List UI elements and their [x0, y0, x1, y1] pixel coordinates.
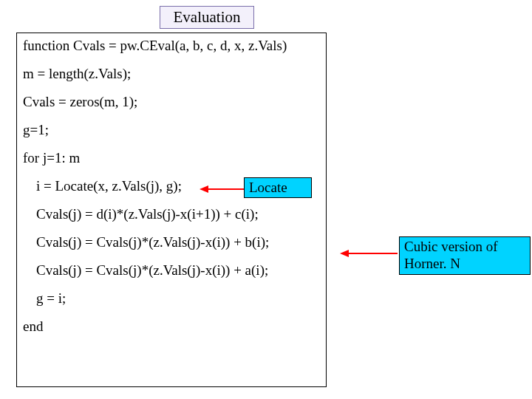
- horner-callout: Cubic version of Horner. N: [399, 236, 531, 275]
- code-line-7: Cvals(j) = d(i)*(z.Vals(j)-x(i+1)) + c(i…: [36, 206, 320, 222]
- code-line-9: Cvals(j) = Cvals(j)*(z.Vals(j)-x(i)) + a…: [36, 262, 320, 279]
- code-line-11: end: [23, 318, 320, 335]
- code-line-1: function Cvals = pw.CEval(a, b, c, d, x,…: [23, 38, 320, 54]
- title-text: Evaluation: [174, 8, 241, 26]
- locate-callout: Locate: [244, 177, 312, 198]
- code-line-2: m = length(z.Vals);: [23, 66, 320, 82]
- code-box: function Cvals = pw.CEval(a, b, c, d, x,…: [16, 33, 327, 387]
- title-box: Evaluation: [160, 6, 254, 29]
- code-line-5: for j=1: m: [23, 150, 320, 166]
- code-line-10: g = i;: [36, 290, 320, 307]
- horner-label: Cubic version of Horner. N: [404, 239, 498, 271]
- svg-marker-3: [340, 250, 349, 257]
- code-line-3: Cvals = zeros(m, 1);: [23, 94, 320, 110]
- arrow-horner-icon: [340, 248, 399, 259]
- code-line-8: Cvals(j) = Cvals(j)*(z.Vals(j)-x(i)) + b…: [36, 234, 320, 250]
- locate-label: Locate: [249, 180, 287, 195]
- code-line-4: g=1;: [23, 122, 320, 138]
